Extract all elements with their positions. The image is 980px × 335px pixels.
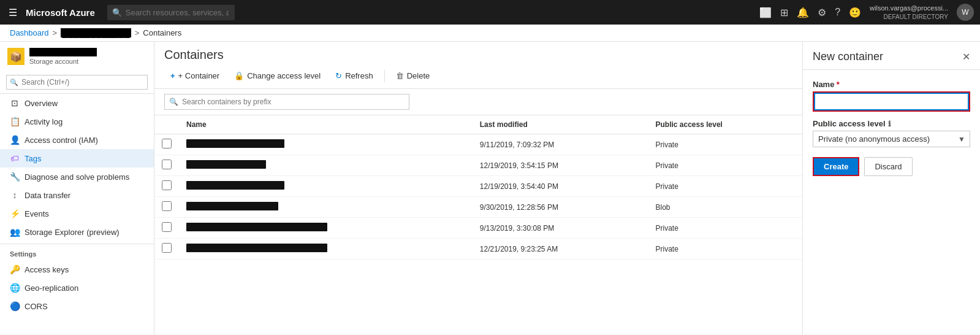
grid-icon[interactable]: ⊞ xyxy=(780,7,788,18)
add-container-button[interactable]: + + Container xyxy=(164,68,226,83)
sidebar-label-geo-replication: Geo-replication xyxy=(25,283,78,293)
container-name-cell[interactable] xyxy=(179,176,473,197)
row-checkbox-cell[interactable] xyxy=(154,155,179,176)
access-level-cell: Blob xyxy=(648,197,803,218)
container-name-cell[interactable] xyxy=(179,239,473,260)
panel-header: New container ✕ xyxy=(803,42,980,70)
sidebar-item-access-control[interactable]: 👤 Access control (IAM) xyxy=(0,131,154,149)
global-search-input[interactable] xyxy=(107,5,235,20)
breadcrumb-account[interactable]: ████████████ xyxy=(61,28,131,37)
sidebar-label-diagnose: Diagnose and solve problems xyxy=(25,172,129,182)
cors-icon: 🔵 xyxy=(10,301,20,311)
refresh-button[interactable]: ↻ Refresh xyxy=(329,68,379,83)
trash-icon: 🗑 xyxy=(396,71,404,80)
user-info: wilson.vargas@processi... DEFAULT DIRECT… xyxy=(870,4,948,20)
info-icon[interactable]: ℹ xyxy=(888,120,891,128)
cloud-upload-icon[interactable]: ⬜ xyxy=(759,7,772,18)
sidebar-item-activity-log[interactable]: 📋 Activity log xyxy=(0,112,154,131)
sidebar-label-cors: CORS xyxy=(25,302,48,311)
brand-name: Microsoft Azure xyxy=(26,7,95,18)
sidebar-item-data-transfer[interactable]: ↕ Data transfer xyxy=(0,186,154,204)
delete-button[interactable]: 🗑 Delete xyxy=(390,68,436,83)
diagnose-icon: 🔧 xyxy=(10,172,20,182)
containers-table-area: Name Last modified Public access level 9… xyxy=(154,115,802,334)
add-icon: + xyxy=(170,71,175,80)
settings-icon[interactable]: ⚙ xyxy=(818,7,826,18)
sidebar-item-tags[interactable]: 🏷 Tags xyxy=(0,149,154,168)
container-name-cell[interactable] xyxy=(179,155,473,176)
sidebar-item-cors[interactable]: 🔵 CORS xyxy=(0,297,154,315)
last-modified-cell: 9/13/2019, 3:30:08 PM xyxy=(473,218,648,239)
containers-table: Name Last modified Public access level 9… xyxy=(154,115,802,260)
geo-replication-icon: 🌐 xyxy=(10,283,20,293)
overview-icon: ⊡ xyxy=(10,98,20,108)
container-search-input[interactable] xyxy=(164,94,409,110)
sidebar-label-access-control: Access control (IAM) xyxy=(25,136,98,145)
sidebar-label-events: Events xyxy=(25,209,49,218)
data-transfer-icon: ↕ xyxy=(10,190,20,200)
access-level-cell: Private xyxy=(648,239,803,260)
global-search-wrap: 🔍 xyxy=(107,5,536,20)
access-control-icon: 👤 xyxy=(10,135,20,145)
sidebar-header: 📦 Storage account xyxy=(0,42,154,71)
last-modified-cell: 12/19/2019, 3:54:15 PM xyxy=(473,155,648,176)
container-name-cell[interactable] xyxy=(179,197,473,218)
row-checkbox-cell[interactable] xyxy=(154,134,179,155)
breadcrumb-dashboard[interactable]: Dashboard xyxy=(10,28,49,37)
required-star: * xyxy=(837,80,840,89)
sidebar-item-storage-explorer[interactable]: 👥 Storage Explorer (preview) xyxy=(0,223,154,241)
panel-body: Name * Public access level ℹ Private (no… xyxy=(803,70,980,186)
checkbox-column-header xyxy=(154,115,179,134)
sidebar-search-input[interactable] xyxy=(6,75,148,90)
storage-icon: 📦 xyxy=(7,48,25,65)
access-level-column-header[interactable]: Public access level xyxy=(648,115,803,134)
create-button-outline: Create xyxy=(813,157,859,176)
sidebar: 📦 Storage account 🔍 ⊡ Overview 📋 Activit… xyxy=(0,42,154,334)
content-search: 🔍 xyxy=(154,89,802,115)
sidebar-item-overview[interactable]: ⊡ Overview xyxy=(0,94,154,112)
help-icon[interactable]: ? xyxy=(835,7,840,18)
sidebar-item-events[interactable]: ⚡ Events xyxy=(0,204,154,223)
discard-button[interactable]: Discard xyxy=(864,157,912,176)
top-navigation: ☰ Microsoft Azure 🔍 ⬜ ⊞ 🔔 ⚙ ? 🙂 wilson.v… xyxy=(0,0,980,25)
name-column-header[interactable]: Name xyxy=(179,115,473,134)
row-checkbox-cell[interactable] xyxy=(154,197,179,218)
change-access-button[interactable]: 🔒 Change access level xyxy=(228,68,327,83)
table-row: 12/19/2019, 3:54:15 PM Private xyxy=(154,155,802,176)
row-checkbox-cell[interactable] xyxy=(154,176,179,197)
page-title-row: Containers xyxy=(164,48,792,62)
last-modified-cell: 9/11/2019, 7:09:32 PM xyxy=(473,134,648,155)
table-row: 9/30/2019, 12:28:56 PM Blob xyxy=(154,197,802,218)
container-name-input[interactable] xyxy=(814,93,969,110)
name-field-group: Name * xyxy=(813,80,970,112)
sidebar-label-activity-log: Activity log xyxy=(25,117,63,126)
new-container-panel: New container ✕ Name * Public access lev… xyxy=(802,42,980,334)
page-header: Containers + + Container 🔒 Change access… xyxy=(154,42,802,89)
access-level-select-wrap: Private (no anonymous access) Blob (anon… xyxy=(813,131,970,147)
last-modified-column-header[interactable]: Last modified xyxy=(473,115,648,134)
sidebar-item-access-keys[interactable]: 🔑 Access keys xyxy=(0,260,154,279)
row-checkbox-cell[interactable] xyxy=(154,218,179,239)
panel-close-button[interactable]: ✕ xyxy=(962,51,970,63)
main-layout: 📦 Storage account 🔍 ⊡ Overview 📋 Activit… xyxy=(0,42,980,334)
sidebar-label-overview: Overview xyxy=(25,99,58,108)
container-name-cell[interactable] xyxy=(179,134,473,155)
access-level-select[interactable]: Private (no anonymous access) Blob (anon… xyxy=(813,131,970,147)
sidebar-item-diagnose[interactable]: 🔧 Diagnose and solve problems xyxy=(0,168,154,186)
toolbar: + + Container 🔒 Change access level ↻ Re… xyxy=(164,68,792,88)
hamburger-menu[interactable]: ☰ xyxy=(6,4,20,21)
lock-icon: 🔒 xyxy=(234,71,244,80)
account-name-redacted xyxy=(29,48,97,56)
account-type-label: Storage account xyxy=(29,58,97,65)
panel-actions: Create Discard xyxy=(813,157,970,176)
name-input-outline xyxy=(813,91,970,112)
bell-icon[interactable]: 🔔 xyxy=(797,7,809,18)
create-button[interactable]: Create xyxy=(814,158,858,175)
avatar[interactable]: W xyxy=(957,4,974,21)
sidebar-item-geo-replication[interactable]: 🌐 Geo-replication xyxy=(0,279,154,297)
access-level-cell: Private xyxy=(648,176,803,197)
container-name-cell[interactable] xyxy=(179,218,473,239)
tags-icon: 🏷 xyxy=(10,153,20,163)
emoji-icon[interactable]: 🙂 xyxy=(849,7,861,18)
row-checkbox-cell[interactable] xyxy=(154,239,179,260)
